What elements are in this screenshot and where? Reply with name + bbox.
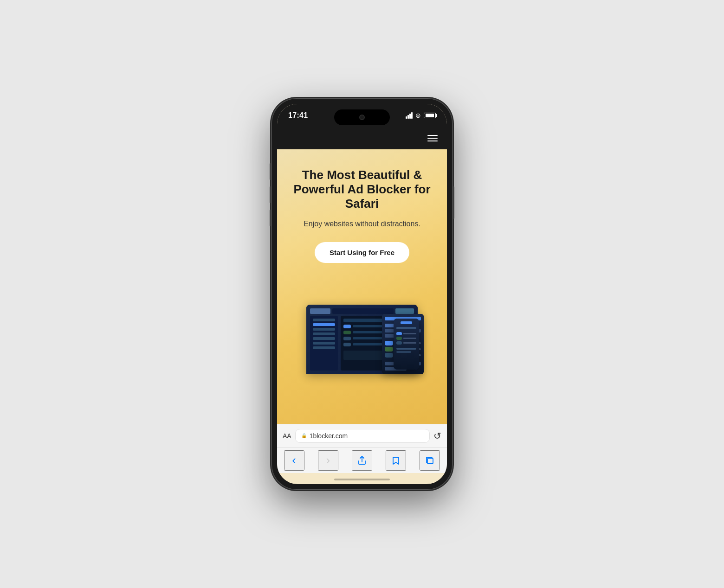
- signal-icon: [406, 112, 413, 119]
- dynamic-island: [334, 109, 390, 125]
- status-time: 17:41: [288, 111, 308, 120]
- back-button[interactable]: ‹: [284, 450, 304, 471]
- devices-area: [286, 281, 438, 374]
- status-bar: 17:41 ⊜: [277, 104, 447, 127]
- phone-inner: 17:41 ⊜: [277, 104, 447, 484]
- lock-icon: 🔒: [301, 433, 307, 438]
- url-text: 1blocker.com: [310, 432, 348, 440]
- aa-text[interactable]: AA: [283, 432, 291, 440]
- share-button[interactable]: [352, 450, 372, 471]
- home-indicator: [334, 479, 390, 480]
- svg-rect-0: [427, 458, 433, 464]
- forward-button[interactable]: ›: [318, 450, 338, 471]
- safari-nav: ‹ ›: [277, 447, 447, 473]
- bookmarks-button[interactable]: [386, 450, 406, 471]
- phone-small-screen: [394, 319, 419, 370]
- hamburger-menu-button[interactable]: [427, 135, 438, 141]
- status-icons: ⊜: [406, 112, 436, 119]
- url-bar[interactable]: 🔒 1blocker.com: [295, 429, 430, 443]
- scene: 17:41 ⊜: [241, 53, 483, 535]
- hero-subtitle: Enjoy websites without distractions.: [304, 220, 420, 228]
- camera-dot: [359, 115, 365, 120]
- reload-button[interactable]: ↺: [433, 430, 441, 441]
- battery-icon: [424, 113, 436, 118]
- content-area: The Most Beautiful & Powerful Ad Blocker…: [277, 149, 447, 424]
- phone-device-small: [394, 319, 419, 370]
- phone-shell: 17:41 ⊜: [272, 98, 452, 490]
- wifi-icon: ⊜: [415, 112, 421, 119]
- hero-title: The Most Beautiful & Powerful Ad Blocker…: [286, 168, 438, 211]
- safari-url-bar: AA 🔒 1blocker.com ↺: [277, 424, 447, 447]
- cta-button[interactable]: Start Using for Free: [315, 242, 409, 263]
- tabs-button[interactable]: [420, 450, 440, 471]
- nav-bar: [277, 127, 447, 149]
